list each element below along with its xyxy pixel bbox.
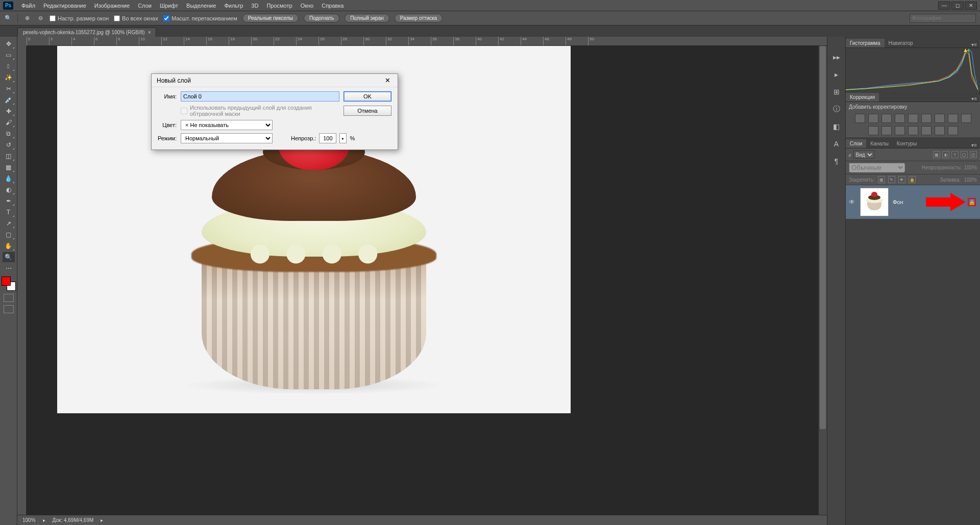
cancel-button[interactable]: Отмена: [344, 106, 391, 116]
menu-filter[interactable]: Фильтр: [220, 1, 247, 10]
zoom-flyout-icon[interactable]: ▸: [43, 517, 45, 523]
doc-flyout-icon[interactable]: ▸: [101, 517, 103, 523]
layers-tab[interactable]: Слои: [846, 139, 866, 148]
menu-view[interactable]: Просмотр: [262, 1, 296, 10]
fit-screen-button[interactable]: Подогнать: [304, 14, 339, 22]
adj-posterize-icon[interactable]: [908, 126, 918, 135]
quick-mask-button[interactable]: [4, 294, 14, 302]
info-icon[interactable]: ⓘ: [831, 104, 842, 114]
paths-tab[interactable]: Контуры: [893, 139, 921, 148]
zoom-value[interactable]: 100%: [22, 517, 36, 523]
blend-mode-select[interactable]: Обычные: [849, 163, 905, 172]
adj-channel-mixer-icon[interactable]: [868, 126, 878, 135]
zoom-out-icon[interactable]: ⊖: [36, 14, 44, 22]
zoom-tool[interactable]: 🔍: [3, 252, 15, 262]
dialog-close-icon[interactable]: ✕: [382, 76, 393, 86]
adj-selective-icon[interactable]: [948, 126, 958, 135]
adj-brightness-icon[interactable]: [855, 114, 865, 123]
adj-hue-icon[interactable]: [921, 114, 932, 123]
move-tool[interactable]: ✥: [3, 39, 15, 49]
paragraph-icon[interactable]: ¶: [831, 156, 842, 166]
filter-smart-icon[interactable]: ◫: [970, 151, 977, 158]
filter-image-icon[interactable]: ▦: [933, 151, 940, 158]
adj-threshold-icon[interactable]: [921, 126, 932, 135]
hand-tool[interactable]: ✋: [3, 241, 15, 251]
lasso-tool[interactable]: 𓏲: [3, 61, 15, 71]
vertical-scrollbar[interactable]: [819, 46, 827, 525]
histogram-tab[interactable]: Гистограмма: [846, 39, 885, 47]
minimize-button[interactable]: —: [938, 2, 950, 10]
blur-tool[interactable]: 💧: [3, 173, 15, 184]
stamp-tool[interactable]: ⧉: [3, 129, 15, 139]
lock-all-icon[interactable]: 🔒: [909, 176, 916, 183]
all-windows-checkbox[interactable]: Во всех окнах: [114, 15, 158, 21]
search-input[interactable]: [910, 14, 976, 23]
adj-lookup-icon[interactable]: [881, 126, 892, 135]
magic-wand-tool[interactable]: ✨: [3, 72, 15, 83]
menu-3d[interactable]: 3D: [247, 1, 262, 10]
resize-windows-checkbox[interactable]: Настр. размер окон: [50, 15, 109, 21]
zoom-in-icon[interactable]: ⊕: [23, 14, 31, 22]
adj-vibrance-icon[interactable]: [908, 114, 918, 123]
healing-tool[interactable]: ✚: [3, 106, 15, 116]
properties-icon[interactable]: ⊞: [831, 87, 842, 97]
fill-value[interactable]: 100%: [964, 177, 977, 183]
lock-move-icon[interactable]: ✥: [898, 176, 905, 183]
filter-kind-select[interactable]: Вид: [853, 151, 874, 159]
crop-tool[interactable]: ✂: [3, 84, 15, 94]
panel-menu-icon[interactable]: ▾≡: [968, 42, 980, 47]
zoom-tool-icon[interactable]: 🔍: [4, 14, 12, 22]
history-icon[interactable]: ▸▸: [831, 52, 842, 62]
menu-layer[interactable]: Слои: [134, 1, 156, 10]
type-tool[interactable]: T: [3, 207, 15, 217]
adj-exposure-icon[interactable]: [895, 114, 905, 123]
brush-tool[interactable]: 🖌: [3, 117, 15, 128]
adj-curves-icon[interactable]: [881, 114, 892, 123]
layer-lock-icon[interactable]: 🔒: [968, 198, 976, 206]
adj-gradient-map-icon[interactable]: [935, 126, 945, 135]
menu-window[interactable]: Окно: [297, 1, 318, 10]
adj-balance-icon[interactable]: [935, 114, 945, 123]
layers-menu-icon[interactable]: ▾≡: [968, 142, 980, 148]
fill-screen-button[interactable]: Полный экран: [345, 14, 389, 22]
opacity-input[interactable]: [319, 133, 336, 143]
character-icon[interactable]: A: [831, 139, 842, 149]
filter-type-icon[interactable]: T: [951, 151, 959, 158]
adj-invert-icon[interactable]: [895, 126, 905, 135]
ok-button[interactable]: OK: [344, 91, 391, 102]
mode-select[interactable]: Нормальный: [181, 133, 273, 143]
filter-adjust-icon[interactable]: ◐: [942, 151, 949, 158]
layer-visibility-icon[interactable]: 👁: [849, 198, 856, 206]
document-tab-close-icon[interactable]: ×: [148, 30, 151, 35]
actions-icon[interactable]: ▸: [831, 69, 842, 80]
maximize-button[interactable]: ◻: [951, 2, 964, 10]
gradient-tool[interactable]: ▦: [3, 162, 15, 172]
channels-tab[interactable]: Каналы: [866, 139, 893, 148]
dialog-titlebar[interactable]: Новый слой ✕: [152, 74, 398, 87]
shape-tool[interactable]: ▢: [3, 230, 15, 240]
marquee-tool[interactable]: ▭: [3, 50, 15, 60]
menu-file[interactable]: Файл: [17, 1, 39, 10]
menu-type[interactable]: Шрифт: [156, 1, 182, 10]
document-tab[interactable]: pexels-vojtech-okenka-1055272.jpg @ 100%…: [17, 28, 156, 37]
layer-thumbnail[interactable]: [860, 188, 889, 216]
lock-pixels-icon[interactable]: ▦: [878, 176, 885, 183]
menu-image[interactable]: Изображение: [90, 1, 134, 10]
eraser-tool[interactable]: ◫: [3, 151, 15, 161]
close-button[interactable]: ✕: [965, 2, 977, 10]
color-icon[interactable]: ◧: [831, 121, 842, 132]
print-size-button[interactable]: Размер оттиска: [395, 14, 443, 22]
color-swatches[interactable]: [2, 277, 16, 291]
menu-help[interactable]: Справка: [317, 1, 348, 10]
filter-shape-icon[interactable]: ▢: [961, 151, 968, 158]
corrections-tab[interactable]: Коррекция: [846, 93, 879, 102]
lock-position-icon[interactable]: ✎: [888, 176, 895, 183]
edit-toolbar[interactable]: ⋯: [3, 263, 15, 273]
color-select[interactable]: × Не показывать: [181, 120, 273, 130]
actual-pixels-button[interactable]: Реальные пикселы: [242, 14, 299, 22]
screen-mode-button[interactable]: [4, 305, 14, 313]
corrections-menu-icon[interactable]: ▾≡: [968, 96, 980, 102]
menu-select[interactable]: Выделение: [182, 1, 220, 10]
menu-edit[interactable]: Редактирование: [39, 1, 90, 10]
navigator-tab[interactable]: Навигатор: [885, 39, 917, 47]
